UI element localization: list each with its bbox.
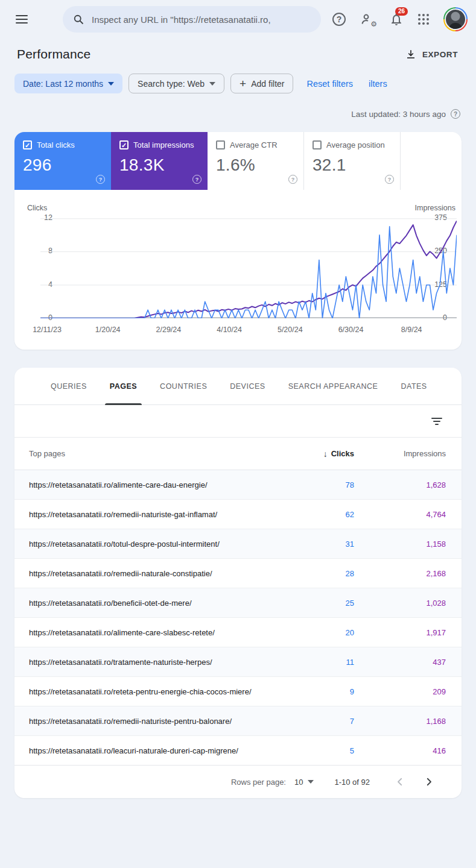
- checkbox-checked-icon[interactable]: ✓: [119, 140, 129, 149]
- rows-per-page-label: Rows per page:: [231, 778, 286, 787]
- tab-pages[interactable]: PAGES: [110, 368, 137, 405]
- page-url-link[interactable]: https://retetasanatatii.ro/leacuri-natur…: [29, 746, 282, 755]
- checkbox-checked-icon[interactable]: ✓: [23, 140, 32, 149]
- page-url-link[interactable]: https://retetasanatatii.ro/beneficii-ote…: [29, 599, 282, 608]
- help-icon[interactable]: ?: [288, 175, 297, 184]
- chevron-down-icon: [108, 82, 114, 86]
- download-icon: [405, 49, 416, 60]
- notifications-bell-icon[interactable]: 26: [389, 12, 404, 27]
- reset-filters-link[interactable]: Reset filters: [306, 79, 353, 89]
- right-axis-label: Impressions: [415, 204, 455, 212]
- page-url-link[interactable]: https://retetasanatatii.ro/totul-despre-…: [29, 539, 282, 549]
- rows-per-page-select[interactable]: 10: [294, 778, 303, 787]
- plus-icon: +: [240, 78, 246, 89]
- avatar-photo: [445, 8, 466, 30]
- date-filter-chip[interactable]: Date: Last 12 months: [14, 74, 122, 93]
- x-tick: 4/10/24: [217, 326, 242, 334]
- total-clicks-card[interactable]: ✓ Total clicks 296 ?: [14, 132, 111, 190]
- help-icon[interactable]: ?: [451, 109, 460, 119]
- chevron-down-icon: [209, 82, 215, 86]
- table-row[interactable]: https://retetasanatatii.ro/leacuri-natur…: [14, 736, 462, 766]
- x-tick: 6/30/24: [338, 326, 364, 334]
- page-url-link[interactable]: https://retetasanatatii.ro/reteta-pentru…: [29, 687, 282, 696]
- search-console-performance-page: ? ⚙ 26 Performance EXPORT Date: Last 12 …: [0, 0, 476, 868]
- x-tick: 5/20/24: [278, 326, 303, 334]
- search-input[interactable]: [92, 14, 311, 25]
- page-url-link[interactable]: https://retetasanatatii.ro/remedii-natur…: [29, 510, 282, 519]
- tab-devices[interactable]: DEVICES: [230, 368, 265, 405]
- menu-icon[interactable]: [16, 15, 28, 24]
- performance-chart: Clicks Impressions 12 8 4 0 375 250 125 …: [14, 204, 462, 345]
- left-axis-label: Clicks: [27, 204, 47, 212]
- text-artifact: ilters: [369, 79, 387, 89]
- metric-value: 1.6%: [216, 156, 296, 175]
- total-impressions-card[interactable]: ✓ Total impressions 18.3K ?: [111, 132, 208, 190]
- table-body: https://retetasanatatii.ro/alimente-care…: [14, 470, 462, 766]
- page-url-link[interactable]: https://retetasanatatii.ro/tratamente-na…: [29, 658, 282, 667]
- previous-page-button[interactable]: [392, 773, 408, 790]
- page-url-link[interactable]: https://retetasanatatii.ro/alimente-care…: [29, 480, 282, 489]
- chevron-down-icon[interactable]: [308, 780, 314, 784]
- metric-value: 296: [23, 156, 104, 175]
- checkbox-unchecked-icon[interactable]: [313, 140, 322, 149]
- sort-desc-icon: ↓: [323, 449, 328, 459]
- tab-dates[interactable]: DATES: [401, 368, 427, 405]
- page-url-link[interactable]: https://retetasanatatii.ro/remedii-natur…: [29, 717, 282, 726]
- next-page-button[interactable]: [420, 773, 437, 790]
- metric-value: 18.3K: [119, 156, 200, 175]
- tab-countries[interactable]: COUNTRIES: [160, 368, 207, 405]
- apps-grid-icon[interactable]: [418, 14, 429, 25]
- table-header: Top pages ↓ Clicks Impressions: [14, 438, 462, 470]
- table-row[interactable]: https://retetasanatatii.ro/alimente-care…: [14, 470, 462, 500]
- col-clicks[interactable]: ↓ Clicks: [282, 449, 354, 459]
- account-avatar[interactable]: [443, 7, 468, 31]
- table-row[interactable]: https://retetasanatatii.ro/remedii-natur…: [14, 559, 462, 588]
- export-button[interactable]: EXPORT: [405, 49, 458, 60]
- url-inspect-search[interactable]: [63, 6, 321, 33]
- pagination-range: 1-10 of 92: [334, 778, 370, 787]
- page-title: Performance: [17, 47, 90, 61]
- x-tick: 8/9/24: [401, 326, 422, 334]
- metric-label: Total clicks: [37, 140, 75, 149]
- table-row[interactable]: https://retetasanatatii.ro/remedii-natur…: [14, 500, 462, 529]
- tab-queries[interactable]: QUERIES: [51, 368, 87, 405]
- metric-label: Total impressions: [133, 140, 194, 149]
- search-icon: [72, 13, 84, 25]
- table-row[interactable]: https://retetasanatatii.ro/beneficii-ote…: [14, 588, 462, 618]
- help-icon[interactable]: ?: [332, 13, 346, 26]
- table-row[interactable]: https://retetasanatatii.ro/totul-despre-…: [14, 529, 462, 559]
- top-bar: ? ⚙ 26: [0, 0, 476, 39]
- page-url-link[interactable]: https://retetasanatatii.ro/alimente-care…: [29, 628, 282, 637]
- help-icon[interactable]: ?: [96, 175, 105, 184]
- help-icon[interactable]: ?: [385, 175, 394, 184]
- tab-search-appearance[interactable]: SEARCH APPEARANCE: [288, 368, 378, 405]
- average-position-card[interactable]: Average position 32.1 ?: [304, 132, 401, 190]
- notification-badge: 26: [395, 7, 408, 16]
- x-tick: 12/11/23: [33, 326, 62, 334]
- table-row[interactable]: https://retetasanatatii.ro/reteta-pentru…: [14, 677, 462, 706]
- average-ctr-card[interactable]: Average CTR 1.6% ?: [208, 132, 304, 190]
- performance-summary-card: ✓ Total clicks 296 ? ✓ Total impressions…: [14, 132, 462, 350]
- add-filter-chip[interactable]: + Add filter: [230, 74, 293, 93]
- table-row[interactable]: https://retetasanatatii.ro/tratamente-na…: [14, 647, 462, 677]
- search-type-filter-chip[interactable]: Search type: Web: [129, 74, 224, 93]
- col-impressions[interactable]: Impressions: [354, 449, 446, 458]
- metric-label: Average position: [326, 140, 385, 149]
- pagination-bar: Rows per page: 10 1-10 of 92: [14, 766, 462, 798]
- page-url-link[interactable]: https://retetasanatatii.ro/remedii-natur…: [29, 569, 282, 578]
- x-tick: 2/29/24: [156, 326, 182, 334]
- help-icon[interactable]: ?: [192, 175, 202, 184]
- metric-cards: ✓ Total clicks 296 ? ✓ Total impressions…: [14, 132, 462, 190]
- dimension-tabs: QUERIES PAGES COUNTRIES DEVICES SEARCH A…: [14, 368, 462, 405]
- checkbox-unchecked-icon[interactable]: [216, 140, 225, 149]
- x-tick: 1/20/24: [95, 326, 121, 334]
- chart-plot-area[interactable]: [40, 218, 457, 318]
- table-row[interactable]: https://retetasanatatii.ro/remedii-natur…: [14, 706, 462, 736]
- table-row[interactable]: https://retetasanatatii.ro/alimente-care…: [14, 618, 462, 647]
- filter-list-icon[interactable]: [428, 414, 446, 429]
- col-top-pages[interactable]: Top pages: [29, 449, 282, 458]
- metric-value: 32.1: [313, 156, 393, 175]
- dimensions-table-card: QUERIES PAGES COUNTRIES DEVICES SEARCH A…: [14, 368, 462, 798]
- user-settings-icon[interactable]: ⚙: [360, 12, 375, 27]
- x-axis-ticks: 12/11/231/20/242/29/244/10/245/20/246/30…: [40, 326, 457, 336]
